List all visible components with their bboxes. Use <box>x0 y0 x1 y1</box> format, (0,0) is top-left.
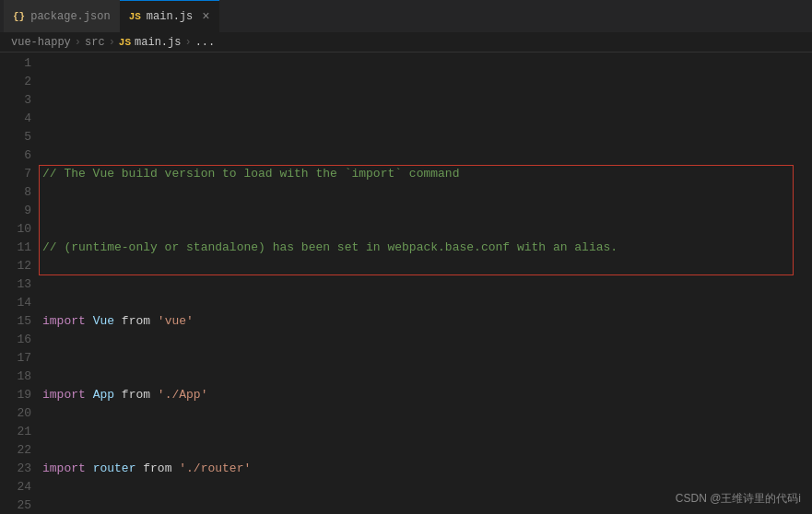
tab-main-js[interactable]: JS main.js × <box>120 0 219 32</box>
breadcrumb: vue-happy › src › JS main.js › ... <box>0 32 812 53</box>
breadcrumb-root: vue-happy <box>11 36 71 49</box>
code-line-1: // The Vue build version to load with th… <box>42 165 812 183</box>
breadcrumb-src: src <box>85 36 105 49</box>
code-line-2: // (runtime-only or standalone) has been… <box>42 239 812 257</box>
breadcrumb-file: main.js <box>135 36 181 49</box>
code-content: // The Vue build version to load with th… <box>39 53 812 514</box>
tab-label-package-json: package.json <box>30 10 110 23</box>
tab-label-main-js: main.js <box>147 10 193 23</box>
code-line-4: import App from './App' <box>42 386 812 404</box>
code-line-3: import Vue from 'vue' <box>42 312 812 331</box>
tab-close-button[interactable]: × <box>202 10 209 23</box>
watermark: CSDN @王维诗里的代码i <box>676 491 801 507</box>
json-icon: {} <box>13 11 25 22</box>
line-numbers: 12345 678910 1112131415 1617181920 21222… <box>0 53 39 514</box>
breadcrumb-more: ... <box>195 36 216 49</box>
tab-package-json[interactable]: {} package.json <box>4 0 120 32</box>
breadcrumb-js-icon: JS <box>119 37 131 48</box>
editor: 12345 678910 1112131415 1617181920 21222… <box>0 53 812 514</box>
tab-bar: {} package.json JS main.js × <box>0 0 812 32</box>
js-icon: JS <box>129 11 141 22</box>
code-line-5: import router from './router' <box>42 460 812 478</box>
